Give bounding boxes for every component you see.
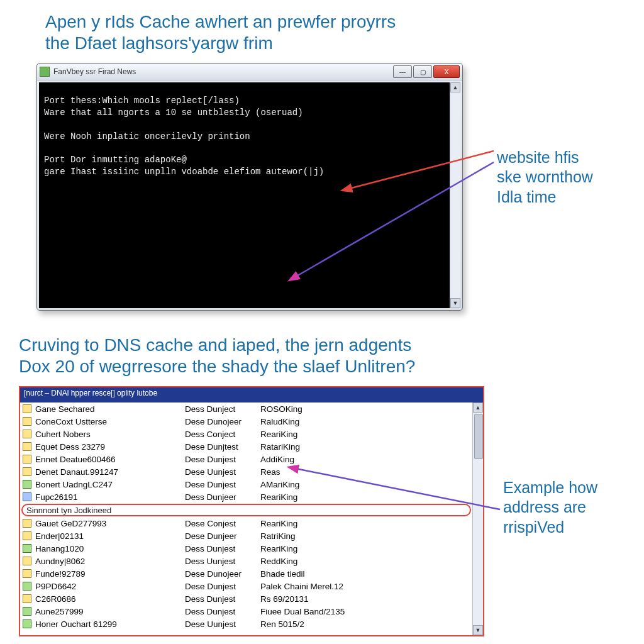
cell-name: P9PD6642 (35, 582, 185, 591)
annotation-bottom-line1: Example how (503, 479, 597, 496)
cell-value: ReariKing (260, 492, 470, 502)
file-icon (23, 455, 31, 464)
cell-name: Equet Dess 23279 (35, 442, 185, 452)
file-icon (23, 492, 31, 501)
cell-name: ConeCoxt Ustterse (35, 417, 185, 426)
console-output[interactable]: Port thess:Which mools replect[/lass) Wa… (39, 91, 450, 299)
heading-2-line2: Dox 20 of wegrresore the shady the slaef… (19, 357, 415, 376)
scroll-up-icon[interactable]: ▲ (450, 82, 460, 92)
file-icon (23, 442, 31, 451)
cell-type: Dese Dunojeer (185, 569, 260, 579)
cell-type: Dese Uunjest (185, 467, 260, 477)
file-icon (23, 607, 31, 616)
cell-name: Denet Danaut.991247 (35, 467, 185, 477)
list-item[interactable]: Honer Ouchart 61299Dese UunjestRen 5015/… (20, 618, 472, 630)
list-item[interactable]: P9PD6642Dese DunjestPalek Chaini Merel.1… (20, 580, 472, 592)
annotation-top-line1: website hfis (497, 148, 579, 166)
list-item[interactable]: Ennet Deatue600466Dese DunjestAddiKing (20, 453, 472, 465)
list-item[interactable]: Cuhert NobersDess ConjectReariKing (20, 428, 472, 440)
list-rows: Gane SecharedDess DunjectROSOKingConeCox… (20, 402, 472, 635)
cell-name: Gane Sechared (35, 404, 185, 414)
list-item[interactable]: C26R0686Dess DunjestRs 69/20131 (20, 592, 472, 605)
file-icon (23, 417, 31, 426)
console-window: FanVbey ssr Firad News — ▢ X Port thess:… (36, 63, 463, 311)
cell-value: Bhade tiedil (260, 569, 470, 579)
list-scrollbar[interactable]: ▲ ▼ (472, 402, 483, 635)
annotation-bottom: Example how address are rrispiVed (503, 478, 635, 537)
list-item[interactable]: Ender|02131Dese DunjeerRatriKing (20, 530, 472, 542)
cell-type: Dese Dunjest (185, 455, 260, 464)
cell-name: Honer Ouchart 61299 (35, 619, 185, 629)
annotation-top-line2: ske wornthow (497, 168, 593, 186)
cell-value: Rs 69/20131 (260, 594, 470, 604)
list-item[interactable]: Aune257999Dess DunjestFiuee Dual Band/21… (20, 605, 472, 618)
cell-value: RaludKing (260, 417, 470, 426)
cell-name: Ender|02131 (35, 531, 185, 541)
cell-value: AMariKing (260, 480, 470, 489)
console-scrollbar[interactable]: ▲ ▼ (450, 82, 460, 308)
console-titlebar[interactable]: FanVbey ssr Firad News — ▢ X (37, 64, 462, 80)
cell-name: Fupc26191 (35, 492, 185, 502)
heading-2: Cruving to DNS cache and iaped, the jern… (19, 335, 509, 377)
cell-type: Dess Uunjest (185, 557, 260, 566)
cell-name: Bonert UadngLC247 (35, 480, 185, 489)
maximize-button[interactable]: ▢ (413, 65, 432, 78)
minimize-button[interactable]: — (393, 65, 412, 78)
cell-value: ROSOKing (260, 404, 470, 414)
console-title: FanVbey ssr Firad News (53, 67, 393, 76)
annotation-top: website hfis ske wornthow Idla time (497, 148, 629, 207)
list-window: [nurct – DNAl hpper resce[] oplity lutob… (19, 386, 484, 636)
app-icon (40, 67, 50, 77)
file-icon (23, 467, 31, 476)
highlighted-item[interactable]: Sinnnont tyn Jodkineed (21, 504, 471, 516)
list-item[interactable]: Funde!92789Dese DunojeerBhade tiedil (20, 567, 472, 580)
cell-name: Cuhert Nobers (35, 430, 185, 439)
cell-type: Dess Dunjest (185, 544, 260, 553)
cell-value: Reas (260, 467, 470, 477)
file-icon (23, 531, 31, 540)
cell-value: RatriKing (260, 531, 470, 541)
heading-1-line2: the Dfaet laghsors'yargw frim (45, 33, 273, 53)
cell-type: Dess Dunjest (185, 594, 260, 604)
cell-type: Dess Dunjeer (185, 492, 260, 502)
file-icon (23, 404, 31, 413)
cell-value: ReariKing (260, 544, 470, 553)
list-item[interactable]: Aundny|8062Dess UunjestReddKing (20, 555, 472, 567)
scroll-up-icon[interactable]: ▲ (473, 402, 483, 413)
cell-name: Funde!92789 (35, 569, 185, 579)
cell-name: Aune257999 (35, 607, 185, 616)
cell-value: AddiKing (260, 455, 470, 464)
cell-type: Dese Dunjest (185, 480, 260, 489)
file-icon (23, 519, 31, 528)
list-item[interactable]: Fupc26191Dess DunjeerReariKing (20, 491, 472, 503)
list-item[interactable]: Equet Dess 23279Dese DunjtestRatariKing (20, 440, 472, 453)
cell-type: Dess Dunject (185, 404, 260, 414)
close-button[interactable]: X (433, 65, 460, 78)
file-icon (23, 480, 31, 489)
cell-type: Dess Conject (185, 430, 260, 439)
list-item[interactable]: Gane SecharedDess DunjectROSOKing (20, 402, 472, 415)
scroll-thumb[interactable] (474, 414, 483, 459)
cell-value: ReariKing (260, 519, 470, 528)
list-item[interactable]: Hanang1020Dess DunjestReariKing (20, 542, 472, 555)
list-item[interactable]: ConeCoxt UstterseDese DunojeerRaludKing (20, 415, 472, 428)
cell-name: Ennet Deatue600466 (35, 455, 185, 464)
scroll-down-icon[interactable]: ▼ (450, 298, 460, 308)
cell-value: ReariKing (260, 430, 470, 439)
list-titlebar[interactable]: [nurct – DNAl hpper resce[] oplity lutob… (20, 387, 483, 402)
file-icon (23, 619, 31, 628)
cell-name: Gauet GeD277993 (35, 519, 185, 528)
cell-type: Dese Dunjtest (185, 442, 260, 452)
cell-name: C26R0686 (35, 594, 185, 604)
list-item[interactable]: Bonert UadngLC247Dese DunjestAMariKing (20, 478, 472, 491)
list-item[interactable]: Denet Danaut.991247Dese UunjestReas (20, 465, 472, 478)
annotation-top-line3: Idla time (497, 188, 556, 206)
file-icon (23, 569, 31, 578)
cell-type: Dese Uunjest (185, 619, 260, 629)
cell-name: Hanang1020 (35, 544, 185, 553)
scroll-down-icon[interactable]: ▼ (473, 625, 483, 635)
annotation-bottom-line2: address are (503, 498, 586, 516)
list-item[interactable]: Gauet GeD277993Dese ConjestReariKing (20, 517, 472, 530)
highlight-label: Sinnnont tyn Jodkineed (26, 506, 111, 515)
list-title: [nurct – DNAl hpper resce[] oplity lutob… (24, 389, 157, 397)
